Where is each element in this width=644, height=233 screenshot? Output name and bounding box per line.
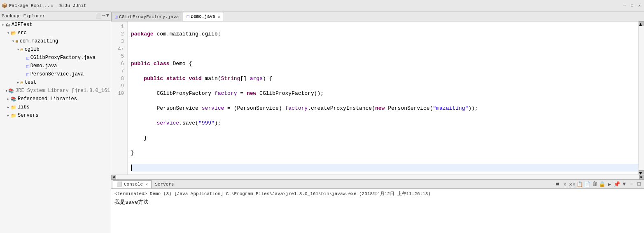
top-bar-close-icon[interactable]: ✕ xyxy=(51,3,54,8)
console-tab[interactable]: ⬜ Console ✕ xyxy=(113,180,152,188)
main-layout: Package Explorer ⬜ ↔ ▼ ▸ 🗂 AOPTest ▾ 📂 xyxy=(0,12,644,233)
code-line-2 xyxy=(131,45,638,53)
junit-icon: Ju xyxy=(58,3,64,8)
code-line-5: CGlibProxyFactory factory = new CGlibPro… xyxy=(131,90,638,97)
console-maximize-icon[interactable]: □ xyxy=(636,181,642,188)
console-view-menu-icon[interactable]: ▼ xyxy=(621,181,628,188)
tree-item-cglib[interactable]: ▾ ⊞ cglib xyxy=(0,45,111,54)
tree-icon-reflibs: 📚 xyxy=(11,96,16,102)
tree-item-com-mazaiting[interactable]: ▾ ⊞ com.mazaiting xyxy=(0,37,111,45)
vertical-scrollbar[interactable]: ▲ ▼ xyxy=(638,21,644,174)
line-num-6: 6 xyxy=(111,60,127,68)
line-num-9: 9 xyxy=(111,82,127,90)
line-num-4: 4◦ xyxy=(111,45,127,53)
tree-icon-cglibproxyfactory: ◫ xyxy=(26,55,29,61)
console-clear-icon[interactable]: 🗑 xyxy=(591,181,598,188)
console-terminate2-icon[interactable]: ✕✕ xyxy=(569,181,576,188)
console-run-icon[interactable]: ▶ xyxy=(606,181,613,188)
console-content: <terminated> Demo (3) [Java Application]… xyxy=(111,189,644,233)
code-content[interactable]: package com.mazaiting.cglib; public clas… xyxy=(128,21,638,174)
console-toolbar: ■ ✕ ✕✕ 📋 📄 🗑 🔒 ▶ 📌 ▼ ─ □ xyxy=(554,181,642,188)
console-output: 我是save方法 xyxy=(114,198,641,206)
tree-label-com-mazaiting: com.mazaiting xyxy=(20,38,58,44)
console-terminate-icon[interactable]: ✕ xyxy=(562,181,568,188)
tree-icon-demo: ◫ xyxy=(26,64,29,69)
tree-item-src[interactable]: ▾ 📂 src xyxy=(0,29,111,37)
tree-icon-test: ⊞ xyxy=(21,80,23,85)
tree-arrow-reflibs: ▸ xyxy=(6,96,11,101)
line-numbers: 1 2 3 4◦ 5 6 7 8 9 10 xyxy=(111,21,128,174)
console-minimize-icon[interactable]: ─ xyxy=(628,181,635,188)
scroll-down-button[interactable]: ▼ xyxy=(639,170,644,174)
scroll-right-button[interactable]: ► xyxy=(639,175,644,179)
scroll-up-button[interactable]: ▲ xyxy=(639,21,644,26)
console-copy-icon[interactable]: 📋 xyxy=(576,181,583,188)
console-stop-icon[interactable]: ■ xyxy=(554,181,561,188)
bottom-panel: ⬜ Console ✕ Servers ■ ✕ ✕✕ 📋 📄 🗑 xyxy=(111,179,644,233)
code-line-6: PersonService service = (PersonService) … xyxy=(131,105,638,112)
console-tab-label: Console xyxy=(124,182,143,187)
line-num-3: 3 xyxy=(111,38,127,45)
tree-arrow-test: ▸ xyxy=(16,80,21,85)
tree-arrow-com-mazaiting: ▾ xyxy=(11,39,16,44)
tab-demo[interactable]: ◫ Demo.java ✕ xyxy=(183,12,224,21)
sidebar-collapse-icon[interactable]: ⬜ xyxy=(96,13,102,19)
scroll-left-button[interactable]: ◄ xyxy=(111,175,116,179)
line-num-5: 5 xyxy=(111,53,127,60)
console-icon: ⬜ xyxy=(117,181,122,187)
tab-bar: ◫ CGlibProxyFactory.java ◫ Demo.java ✕ xyxy=(111,12,644,21)
line-num-8: 8 xyxy=(111,75,127,82)
sidebar-sync-icon[interactable]: ↔ xyxy=(103,13,105,19)
junit-label[interactable]: Ju JUnit xyxy=(65,3,86,8)
tab-label-demo: Demo.java xyxy=(191,14,215,19)
tree-item-test[interactable]: ▸ ⊞ test xyxy=(0,78,111,87)
tree-item-servers[interactable]: ▸ 📁 Servers xyxy=(0,111,111,120)
tab-cglibproxyfactory[interactable]: ◫ CGlibProxyFactory.java xyxy=(111,12,182,21)
tree-icon-libs: 📁 xyxy=(11,105,16,110)
tab-close-demo[interactable]: ✕ xyxy=(218,14,221,19)
tree-item-demo[interactable]: ◫ Demo.java xyxy=(0,62,111,70)
sidebar-header: Package Explorer ⬜ ↔ ▼ xyxy=(0,12,111,21)
tree-arrow-src: ▾ xyxy=(6,31,11,35)
tree-icon-servers: 📁 xyxy=(11,113,16,118)
tab-label-cglibproxyfactory: CGlibProxyFactory.java xyxy=(119,14,179,19)
sidebar-tree: ▸ 🗂 AOPTest ▾ 📂 src ▾ ⊞ com.mazaiting xyxy=(0,21,111,233)
tree-item-personservice[interactable]: ◫ PersonService.java xyxy=(0,70,111,78)
console-scroll-lock-icon[interactable]: 🔒 xyxy=(599,181,605,188)
line-num-1: 1 xyxy=(111,23,127,31)
tree-arrow-aoptest: ▸ xyxy=(1,22,6,27)
console-tab-close[interactable]: ✕ xyxy=(145,182,148,187)
line-num-2: 2 xyxy=(111,31,127,38)
code-line-3: public class Demo { xyxy=(131,60,638,68)
console-pin-icon[interactable]: 📌 xyxy=(614,181,620,188)
tree-arrow-servers: ▸ xyxy=(6,113,11,118)
ide-container: 📦 Package Expl... ✕ Ju Ju JUnit ─ □ ✕ Pa… xyxy=(0,0,644,233)
sidebar-header-title: Package Explorer xyxy=(2,14,45,19)
tree-label-libs: libs xyxy=(18,104,30,110)
maximize-button[interactable]: □ xyxy=(629,3,635,9)
tree-item-cglibproxyfactory[interactable]: ◫ CGlibProxyFactory.java xyxy=(0,54,111,62)
tree-item-aoptest[interactable]: ▸ 🗂 AOPTest xyxy=(0,21,111,29)
sidebar-menu-icon[interactable]: ▼ xyxy=(106,13,109,19)
tree-icon-com-mazaiting: ⊞ xyxy=(16,39,19,44)
sidebar: Package Explorer ⬜ ↔ ▼ ▸ 🗂 AOPTest ▾ 📂 xyxy=(0,12,111,233)
tree-label-reflibs: Referenced Libraries xyxy=(18,96,77,102)
code-line-9: } xyxy=(131,149,638,157)
line-num-10: 10 xyxy=(111,90,127,97)
tree-label-jre: JRE System Library [jre1.8.0_161] xyxy=(15,88,111,94)
tree-item-libs[interactable]: ▸ 📁 libs xyxy=(0,103,111,111)
tree-item-reflibs[interactable]: ▸ 📚 Referenced Libraries xyxy=(0,95,111,103)
editor-area: ◫ CGlibProxyFactory.java ◫ Demo.java ✕ 1… xyxy=(111,12,644,233)
close-button[interactable]: ✕ xyxy=(637,3,642,9)
tree-label-aoptest: AOPTest xyxy=(12,22,32,28)
tree-label-test: test xyxy=(25,80,37,85)
servers-tab[interactable]: Servers xyxy=(152,180,177,188)
tree-label-cglib: cglib xyxy=(25,47,40,52)
code-editor[interactable]: 1 2 3 4◦ 5 6 7 8 9 10 package com.mazait… xyxy=(111,21,644,174)
console-paste-icon[interactable]: 📄 xyxy=(584,181,590,188)
horizontal-scrollbar[interactable]: ◄ ► xyxy=(111,174,644,179)
minimize-button[interactable]: ─ xyxy=(622,3,628,9)
top-bar-title: Package Expl... xyxy=(9,3,50,8)
bottom-tab-bar: ⬜ Console ✕ Servers ■ ✕ ✕✕ 📋 📄 🗑 xyxy=(111,180,644,189)
tree-item-jre[interactable]: ▸ 📚 JRE System Library [jre1.8.0_161] xyxy=(0,87,111,95)
